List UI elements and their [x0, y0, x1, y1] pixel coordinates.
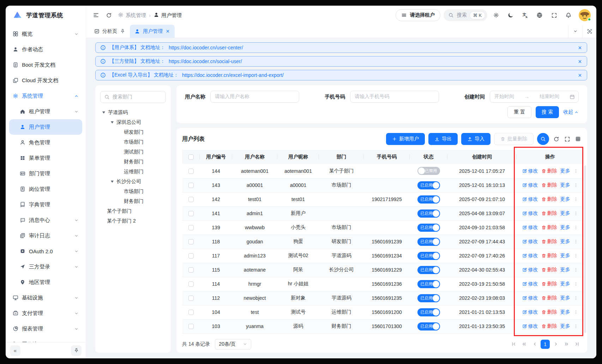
reset-button[interactable]: 重 置 [507, 106, 531, 118]
row-checkbox[interactable] [188, 197, 194, 202]
status-toggle[interactable]: 已启用 [417, 308, 440, 316]
menu-fold-icon[interactable] [90, 10, 102, 21]
status-toggle[interactable]: 已启用 [417, 238, 440, 246]
sidebar-item-oauth[interactable]: OAuth 2.0 [9, 243, 82, 259]
more-action[interactable]: 更多 [560, 238, 570, 245]
tree-node[interactable]: 芋道源码 [100, 108, 166, 117]
edit-action[interactable]: 修改 [522, 196, 538, 202]
status-toggle[interactable]: 已启用 [417, 224, 440, 232]
more-action[interactable]: 更多 [560, 267, 570, 273]
table-refresh-icon[interactable] [553, 135, 560, 143]
toggle-search-button[interactable] [537, 133, 549, 145]
tree-caret-icon[interactable] [102, 111, 105, 114]
more-vert-icon[interactable] [573, 239, 578, 244]
alert-doc-link[interactable]: https://doc.iocoder.cn/excel-import-and-… [182, 72, 284, 78]
more-vert-icon[interactable] [573, 169, 578, 174]
sidebar-item-message[interactable]: 消息中心 [9, 212, 82, 228]
mobile-input[interactable]: 请输入手机号码 [350, 91, 439, 103]
tab-用户管理[interactable]: 用户管理 [130, 25, 175, 38]
sidebar-item-menu[interactable]: 菜单管理 [9, 150, 82, 166]
alert-doc-link[interactable]: https://doc.iocoder.cn/user-center/ [169, 45, 243, 50]
more-vert-icon[interactable] [573, 225, 578, 230]
status-toggle[interactable]: 已启用 [417, 195, 440, 204]
sidebar-item-area[interactable]: 地区管理 [9, 274, 82, 290]
tree-caret-icon[interactable] [111, 181, 114, 183]
pagination-prev-button[interactable] [530, 340, 539, 349]
more-action[interactable]: 更多 [560, 309, 570, 315]
row-checkbox[interactable] [188, 211, 194, 216]
collapse-filters-link[interactable]: 收起 [563, 109, 579, 115]
more-action[interactable]: 更多 [560, 196, 570, 202]
sidebar-item-infra[interactable]: 基础设施 [9, 290, 82, 305]
sidebar-item-boot-docs[interactable]: Boot 开发文档 [9, 57, 82, 73]
delete-action[interactable]: 删除 [541, 309, 557, 315]
more-vert-icon[interactable] [573, 296, 578, 301]
delete-action[interactable]: 删除 [541, 238, 557, 245]
status-toggle[interactable]: 已启用 [417, 322, 440, 330]
status-toggle[interactable]: 已禁用 [417, 167, 440, 175]
sidebar-item-social[interactable]: 三方登录 [9, 259, 82, 274]
pagination-next-button[interactable] [551, 340, 560, 349]
edit-action[interactable]: 修改 [522, 224, 538, 231]
tree-node[interactable]: 运维部门 [100, 167, 166, 177]
row-checkbox[interactable] [188, 225, 194, 230]
notifications-bell-icon[interactable] [563, 10, 574, 21]
tree-node[interactable]: 财务部门 [100, 196, 166, 206]
row-checkbox[interactable] [188, 281, 194, 287]
tree-node[interactable]: 测试部门 [100, 147, 166, 157]
row-checkbox[interactable] [188, 253, 194, 259]
sidebar-item-overview[interactable]: 概览 [9, 26, 82, 42]
sidebar-item-dept[interactable]: 部门管理 [9, 166, 82, 181]
timezone-globe-icon[interactable] [534, 10, 545, 21]
more-action[interactable]: 更多 [560, 295, 570, 301]
select-all-checkbox[interactable] [188, 154, 194, 160]
more-action[interactable]: 更多 [560, 210, 570, 217]
tree-node[interactable]: 财务部门 [100, 157, 166, 167]
sidebar-item-cloud-docs[interactable]: Cloud 开发文档 [9, 73, 82, 88]
alert-close-icon[interactable] [578, 59, 582, 64]
more-action[interactable]: 更多 [560, 224, 570, 231]
tree-node[interactable]: 研发部门 [100, 127, 166, 137]
tab-dropdown-chevron-icon[interactable] [568, 25, 582, 38]
user-avatar[interactable] [579, 9, 591, 21]
more-vert-icon[interactable] [573, 253, 578, 258]
more-action[interactable]: 更多 [560, 168, 570, 174]
delete-action[interactable]: 删除 [541, 196, 557, 202]
tree-node[interactable]: 市场部门 [100, 137, 166, 147]
delete-action[interactable]: 删除 [541, 182, 557, 188]
pagination-last-button[interactable] [572, 340, 582, 349]
edit-action[interactable]: 修改 [522, 309, 538, 315]
settings-gear-icon[interactable] [490, 10, 502, 21]
delete-action[interactable]: 删除 [541, 253, 557, 259]
row-checkbox[interactable] [188, 183, 194, 188]
status-toggle[interactable]: 已启用 [417, 210, 440, 218]
pagination-prev-fast-button[interactable] [519, 340, 529, 349]
tenant-select-button[interactable]: 请选择租户 [396, 9, 440, 21]
more-vert-icon[interactable] [573, 197, 578, 202]
more-vert-icon[interactable] [573, 267, 578, 272]
pagination-first-button[interactable] [509, 340, 518, 349]
sidebar-pin-button[interactable] [71, 345, 82, 356]
translate-icon[interactable]: 文A [519, 10, 531, 21]
column-settings-icon[interactable] [574, 135, 582, 142]
more-vert-icon[interactable] [573, 324, 578, 329]
refresh-icon[interactable] [103, 10, 114, 21]
more-vert-icon[interactable] [573, 281, 578, 286]
row-checkbox[interactable] [188, 310, 194, 315]
tree-node[interactable]: 某个子部门 2 [100, 216, 166, 226]
delete-action[interactable]: 删除 [541, 210, 557, 217]
edit-action[interactable]: 修改 [522, 168, 538, 174]
content-fullscreen-icon[interactable] [582, 25, 596, 38]
add-user-button[interactable]: 新增用户 [386, 133, 425, 145]
batch-delete-button[interactable]: 批量删除 [494, 133, 534, 145]
row-checkbox[interactable] [188, 324, 194, 329]
page-size-select[interactable]: 20条/页 [215, 339, 251, 350]
sidebar-item-author-news[interactable]: 作者动态 [9, 42, 82, 57]
sidebar-item-post[interactable]: 岗位管理 [9, 181, 82, 197]
tree-caret-icon[interactable] [111, 121, 114, 123]
search-button[interactable]: 搜 索 [536, 106, 559, 118]
tab-分析页[interactable]: 分析页 [90, 25, 130, 38]
status-toggle[interactable]: 已启用 [417, 252, 440, 260]
row-checkbox[interactable] [188, 239, 194, 244]
sidebar-item-tenant[interactable]: 租户管理 [9, 104, 82, 119]
